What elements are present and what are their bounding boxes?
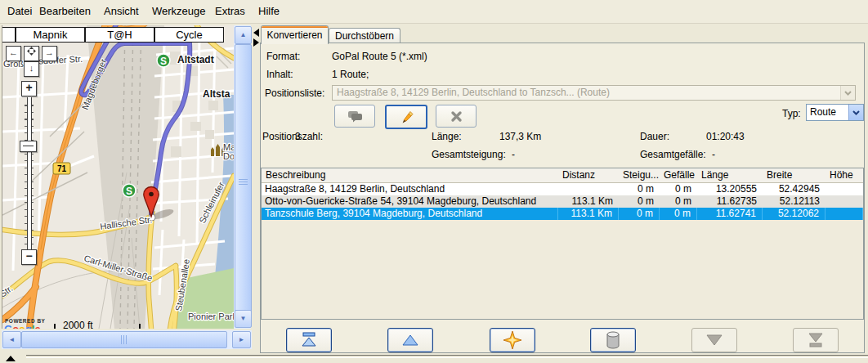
table-row-selected[interactable]: Tanzschule Berg, 39104 Magdeburg, Deutsc…: [262, 208, 863, 220]
comment-icon: [347, 110, 363, 123]
format-value: GoPal Route 5 (*.xml): [332, 51, 427, 62]
application-window: Datei Bearbeiten Ansicht Werkzeuge Extra…: [0, 0, 868, 363]
svg-text:S: S: [126, 186, 132, 197]
gesamtgefaelle-value: -: [712, 149, 715, 160]
move-to-bottom-button[interactable]: [793, 328, 839, 352]
typ-value: Route: [810, 106, 836, 118]
cell-gefaelle: 0 m: [660, 208, 697, 220]
table-header-row: Beschreibung Distanz Steigu... Gefälle L…: [262, 168, 863, 183]
map-viewport[interactable]: S S 71 Groß iesdorfer Str. Magde: [2, 25, 234, 329]
dauer-value: 01:20:43: [706, 131, 745, 142]
menu-hilfe[interactable]: Hilfe: [256, 4, 282, 18]
cell-distanz: 113.1 Km: [558, 208, 619, 220]
tab-durchstoebern[interactable]: Durchstöbern: [329, 28, 400, 44]
pan-left-button[interactable]: ←: [6, 46, 21, 61]
collapse-left-icon: [253, 29, 259, 37]
move-to-top-button[interactable]: [286, 328, 332, 352]
horizontal-scroll-thumb[interactable]: [21, 331, 227, 348]
cell-steigung: 0 m: [619, 195, 660, 208]
col-header-breite[interactable]: Breite: [763, 168, 825, 182]
col-header-laenge[interactable]: Länge: [697, 168, 763, 182]
pencil-icon: [400, 110, 414, 124]
format-label: Format:: [266, 51, 300, 62]
district-label: Altsta: [203, 88, 230, 100]
map-tab-tah[interactable]: T@H: [85, 27, 154, 43]
svg-text:71: 71: [57, 164, 67, 173]
zoom-out-button[interactable]: −: [21, 249, 37, 265]
menu-bearbeiten[interactable]: Bearbeiten: [37, 4, 93, 18]
zoom-slider-handle[interactable]: [20, 141, 37, 152]
map-vertical-scrollbar[interactable]: ▲ ▼: [234, 25, 251, 329]
cell-breite: 52.12062: [763, 208, 825, 220]
gesamtsteigung-value: -: [512, 149, 515, 160]
pan-right-button[interactable]: →: [42, 46, 57, 61]
positionszahl-value: 3: [295, 131, 301, 142]
edit-button[interactable]: [385, 105, 427, 129]
cell-hoehe: [825, 195, 863, 208]
menu-datei[interactable]: Datei: [5, 4, 34, 18]
cell-hoehe: [825, 208, 863, 220]
cell-laenge: 11.62741: [697, 208, 763, 220]
panel-splitter-arrows[interactable]: [253, 29, 260, 48]
move-to-bottom-icon: [806, 332, 825, 348]
close-x-icon: [450, 110, 463, 123]
chevron-down-icon: [848, 105, 863, 120]
scroll-left-button[interactable]: ◄: [2, 331, 21, 348]
vertical-scroll-thumb[interactable]: [235, 44, 252, 320]
scroll-down-button[interactable]: ▼: [235, 310, 252, 328]
menu-bar: Datei Bearbeiten Ansicht Werkzeuge Extra…: [0, 0, 868, 24]
pan-center-icon: [27, 47, 36, 56]
map-tab-stub[interactable]: [2, 27, 16, 43]
move-down-button[interactable]: [691, 328, 737, 352]
dauer-label: Dauer:: [640, 131, 669, 142]
table-row[interactable]: Otto-von-Guericke-Straße 54, 39104 Magde…: [262, 195, 863, 208]
col-header-steigung[interactable]: Steigu...: [619, 168, 660, 182]
google-logo: Google: [4, 323, 53, 329]
scroll-up-button[interactable]: ▲: [235, 26, 252, 44]
cell-gefaelle: 0 m: [660, 195, 697, 208]
menu-ansicht[interactable]: Ansicht: [101, 4, 141, 18]
move-up-button[interactable]: [387, 328, 433, 352]
horizontal-splitter[interactable]: [26, 355, 868, 358]
menu-werkzeuge[interactable]: Werkzeuge: [150, 4, 208, 18]
delete-waypoint-button[interactable]: [590, 328, 636, 352]
inhalt-value: 1 Route;: [332, 69, 369, 80]
zoom-in-button[interactable]: +: [21, 81, 37, 96]
positionsliste-combobox[interactable]: Haagstraße 8, 14129 Berlin, Deutschland …: [332, 85, 856, 101]
col-header-hoehe[interactable]: Höhe: [825, 168, 863, 182]
col-header-distanz[interactable]: Distanz: [558, 168, 619, 182]
pan-center-button[interactable]: [24, 46, 39, 61]
col-header-gefaelle[interactable]: Gefälle: [660, 168, 697, 182]
splitter-collapse-control[interactable]: [6, 352, 25, 361]
comment-button[interactable]: [334, 105, 375, 128]
cell-laenge: 13.20555: [697, 183, 763, 195]
table-row[interactable]: Haagstraße 8, 14129 Berlin, Deutschland …: [262, 183, 863, 195]
pan-down-button[interactable]: ↓: [24, 61, 39, 77]
buildings: [170, 52, 218, 157]
positionszahl-label: Positionszahl:: [262, 131, 323, 142]
svg-text:S: S: [160, 56, 167, 67]
cell-laenge: 11.62735: [697, 195, 763, 208]
sbahn-logo: S: [157, 54, 170, 67]
chevron-down-icon: [840, 86, 855, 100]
cell-beschreibung: Tanzschule Berg, 39104 Magdeburg, Deutsc…: [262, 208, 558, 220]
typ-label: Typ:: [782, 108, 801, 119]
map-horizontal-scrollbar[interactable]: ◄ ►: [2, 330, 252, 349]
scroll-right-button[interactable]: ►: [232, 331, 251, 348]
delete-button[interactable]: [436, 105, 477, 128]
add-waypoint-button[interactable]: [490, 328, 535, 352]
district-label: Altstadt: [177, 54, 214, 65]
col-header-beschreibung[interactable]: Beschreibung: [262, 168, 558, 182]
menu-extras[interactable]: Extras: [213, 4, 248, 18]
zoom-slider-track[interactable]: [27, 97, 32, 249]
map-tab-cycle[interactable]: Cycle: [154, 27, 224, 43]
cell-steigung: 0 m: [619, 208, 660, 220]
cell-hoehe: [825, 183, 863, 195]
typ-dropdown[interactable]: Route: [806, 104, 864, 121]
tab-konvertieren[interactable]: Konvertieren: [261, 25, 329, 44]
cell-beschreibung: Otto-von-Guericke-Straße 54, 39104 Magde…: [262, 195, 558, 208]
sbahn-logo: S: [123, 184, 136, 197]
cell-beschreibung: Haagstraße 8, 14129 Berlin, Deutschland: [262, 183, 558, 195]
cylinder-icon: [605, 330, 621, 350]
map-tab-mapnik[interactable]: Mapnik: [16, 27, 85, 43]
